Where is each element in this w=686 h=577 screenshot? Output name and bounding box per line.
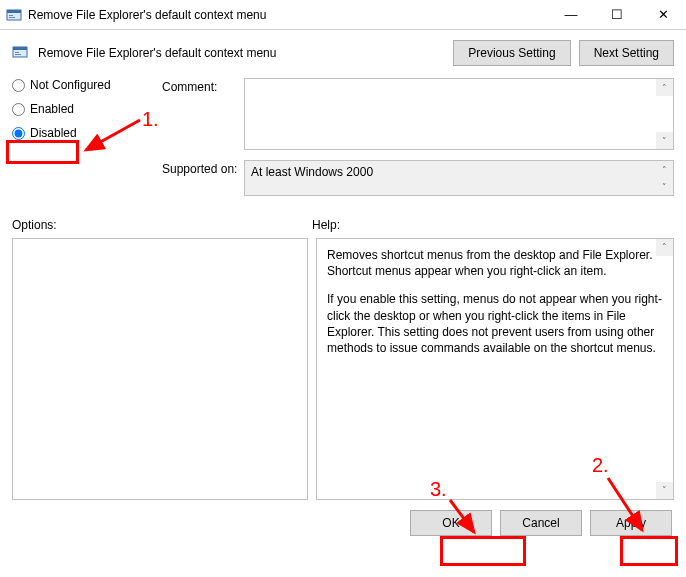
apply-button[interactable]: Apply	[590, 510, 672, 536]
svg-rect-6	[15, 52, 19, 53]
comment-textarea[interactable]: ˄ ˅	[244, 78, 674, 150]
options-label: Options:	[12, 218, 312, 232]
radio-not-configured-input[interactable]	[12, 79, 25, 92]
scroll-up-icon: ˄	[656, 161, 673, 178]
scroll-up-icon[interactable]: ˄	[656, 79, 673, 96]
svg-rect-2	[9, 15, 13, 16]
scroll-down-icon: ˅	[656, 178, 673, 195]
maximize-button[interactable]: ☐	[594, 0, 640, 29]
window-controls: — ☐ ✕	[548, 0, 686, 29]
help-text-p2: If you enable this setting, menus do not…	[327, 291, 663, 356]
help-text-p1: Removes shortcut menus from the desktop …	[327, 247, 663, 279]
next-setting-button[interactable]: Next Setting	[579, 40, 674, 66]
supported-on-value: At least Windows 2000	[251, 165, 373, 179]
supported-on-label: Supported on:	[162, 160, 244, 176]
supported-on-box: At least Windows 2000 ˄ ˅	[244, 160, 674, 196]
radio-not-configured[interactable]: Not Configured	[12, 78, 152, 92]
minimize-button[interactable]: —	[548, 0, 594, 29]
radio-not-configured-label: Not Configured	[30, 78, 111, 92]
close-button[interactable]: ✕	[640, 0, 686, 29]
svg-rect-1	[7, 10, 21, 13]
policy-icon	[12, 44, 30, 62]
help-panel: Removes shortcut menus from the desktop …	[316, 238, 674, 500]
options-panel	[12, 238, 308, 500]
radio-enabled-input[interactable]	[12, 103, 25, 116]
scroll-down-icon[interactable]: ˅	[656, 132, 673, 149]
titlebar: Remove File Explorer's default context m…	[0, 0, 686, 30]
policy-title: Remove File Explorer's default context m…	[38, 46, 453, 60]
policy-state-group: Not Configured Enabled Disabled	[12, 78, 152, 140]
previous-setting-button[interactable]: Previous Setting	[453, 40, 570, 66]
help-label: Help:	[312, 218, 340, 232]
window-title: Remove File Explorer's default context m…	[28, 8, 548, 22]
svg-rect-5	[13, 47, 27, 50]
ok-button[interactable]: OK	[410, 510, 492, 536]
policy-icon	[6, 7, 22, 23]
radio-enabled-label: Enabled	[30, 102, 74, 116]
svg-rect-3	[9, 17, 15, 18]
radio-enabled[interactable]: Enabled	[12, 102, 152, 116]
scroll-down-icon[interactable]: ˅	[656, 482, 673, 499]
radio-disabled-label: Disabled	[30, 126, 77, 140]
scroll-up-icon[interactable]: ˄	[656, 239, 673, 256]
header-row: Remove File Explorer's default context m…	[12, 40, 674, 66]
radio-disabled[interactable]: Disabled	[12, 126, 152, 140]
radio-disabled-input[interactable]	[12, 127, 25, 140]
cancel-button[interactable]: Cancel	[500, 510, 582, 536]
svg-rect-7	[15, 54, 21, 55]
comment-label: Comment:	[162, 78, 244, 94]
